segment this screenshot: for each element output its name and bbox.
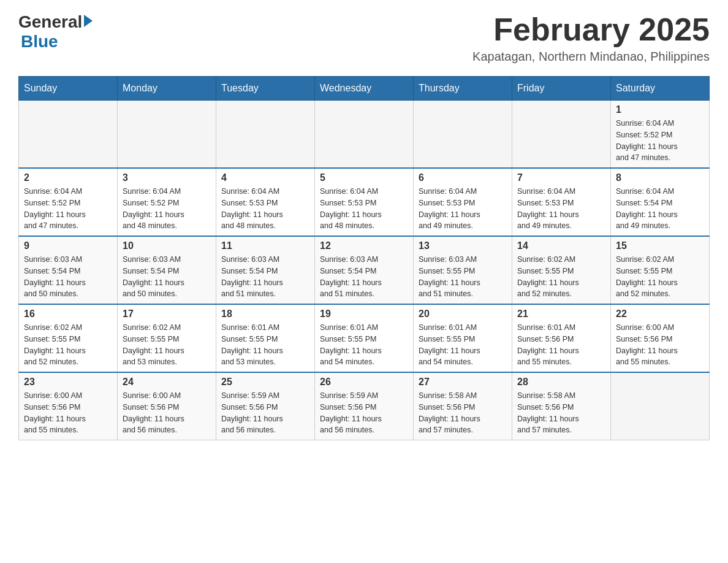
day-number: 14: [517, 240, 605, 251]
calendar-day-cell: 22Sunrise: 6:00 AMSunset: 5:56 PMDayligh…: [611, 304, 710, 372]
day-number: 22: [616, 308, 704, 320]
day-number: 24: [123, 377, 211, 388]
header-tuesday: Tuesday: [216, 77, 315, 101]
title-area: February 2025 Kapatagan, Northern Mindan…: [472, 12, 710, 64]
calendar-day-cell: 12Sunrise: 6:03 AMSunset: 5:54 PMDayligh…: [315, 236, 414, 304]
day-info: Sunrise: 5:59 AMSunset: 5:56 PMDaylight:…: [320, 390, 408, 436]
calendar-day-cell: 28Sunrise: 5:58 AMSunset: 5:56 PMDayligh…: [512, 372, 611, 440]
day-number: 17: [123, 308, 211, 320]
day-info: Sunrise: 6:00 AMSunset: 5:56 PMDaylight:…: [616, 322, 704, 368]
day-info: Sunrise: 6:04 AMSunset: 5:53 PMDaylight:…: [517, 186, 605, 232]
day-number: 1: [616, 104, 704, 115]
calendar-day-cell: 21Sunrise: 6:01 AMSunset: 5:56 PMDayligh…: [512, 304, 611, 372]
calendar-day-cell: 10Sunrise: 6:03 AMSunset: 5:54 PMDayligh…: [118, 236, 216, 304]
calendar-day-cell: 8Sunrise: 6:04 AMSunset: 5:54 PMDaylight…: [611, 168, 710, 236]
day-info: Sunrise: 6:00 AMSunset: 5:56 PMDaylight:…: [24, 390, 112, 436]
day-info: Sunrise: 6:02 AMSunset: 5:55 PMDaylight:…: [616, 254, 704, 300]
day-number: 10: [123, 240, 211, 251]
calendar-week-row: 2Sunrise: 6:04 AMSunset: 5:52 PMDaylight…: [19, 168, 710, 236]
day-number: 6: [419, 172, 507, 183]
day-info: Sunrise: 6:04 AMSunset: 5:53 PMDaylight:…: [419, 186, 507, 232]
day-info: Sunrise: 6:01 AMSunset: 5:56 PMDaylight:…: [517, 322, 605, 368]
calendar-week-row: 9Sunrise: 6:03 AMSunset: 5:54 PMDaylight…: [19, 236, 710, 304]
calendar-day-cell: 1Sunrise: 6:04 AMSunset: 5:52 PMDaylight…: [611, 101, 710, 169]
calendar-day-cell: 26Sunrise: 5:59 AMSunset: 5:56 PMDayligh…: [315, 372, 414, 440]
page-header: General Blue February 2025 Kapatagan, No…: [18, 12, 710, 64]
day-info: Sunrise: 6:00 AMSunset: 5:56 PMDaylight:…: [123, 390, 211, 436]
day-number: 2: [24, 172, 112, 183]
header-wednesday: Wednesday: [315, 77, 414, 101]
day-number: 23: [24, 377, 112, 388]
header-monday: Monday: [118, 77, 216, 101]
calendar-day-cell: [315, 101, 414, 169]
day-number: 12: [320, 240, 408, 251]
calendar-day-cell: [118, 101, 216, 169]
day-number: 20: [419, 308, 507, 320]
calendar-day-cell: [611, 372, 710, 440]
header-sunday: Sunday: [19, 77, 118, 101]
calendar-day-cell: 3Sunrise: 6:04 AMSunset: 5:52 PMDaylight…: [118, 168, 216, 236]
calendar-day-cell: [512, 101, 611, 169]
day-info: Sunrise: 6:01 AMSunset: 5:55 PMDaylight:…: [221, 322, 309, 368]
day-info: Sunrise: 5:59 AMSunset: 5:56 PMDaylight:…: [221, 390, 309, 436]
day-info: Sunrise: 6:03 AMSunset: 5:54 PMDaylight:…: [221, 254, 309, 300]
calendar-day-cell: 4Sunrise: 6:04 AMSunset: 5:53 PMDaylight…: [216, 168, 315, 236]
logo-blue-text: Blue: [21, 32, 58, 52]
calendar-day-cell: 24Sunrise: 6:00 AMSunset: 5:56 PMDayligh…: [118, 372, 216, 440]
calendar-day-cell: 14Sunrise: 6:02 AMSunset: 5:55 PMDayligh…: [512, 236, 611, 304]
day-number: 5: [320, 172, 408, 183]
day-info: Sunrise: 6:03 AMSunset: 5:54 PMDaylight:…: [123, 254, 211, 300]
logo: General Blue: [18, 12, 93, 52]
header-thursday: Thursday: [414, 77, 512, 101]
calendar-day-cell: [414, 101, 512, 169]
calendar-day-cell: 5Sunrise: 6:04 AMSunset: 5:53 PMDaylight…: [315, 168, 414, 236]
day-info: Sunrise: 6:02 AMSunset: 5:55 PMDaylight:…: [517, 254, 605, 300]
day-number: 28: [517, 377, 605, 388]
day-number: 7: [517, 172, 605, 183]
calendar-day-cell: 20Sunrise: 6:01 AMSunset: 5:55 PMDayligh…: [414, 304, 512, 372]
calendar-day-cell: 23Sunrise: 6:00 AMSunset: 5:56 PMDayligh…: [19, 372, 118, 440]
calendar-table: Sunday Monday Tuesday Wednesday Thursday…: [18, 76, 710, 440]
day-info: Sunrise: 6:04 AMSunset: 5:52 PMDaylight:…: [616, 118, 704, 164]
calendar-day-cell: 25Sunrise: 5:59 AMSunset: 5:56 PMDayligh…: [216, 372, 315, 440]
day-number: 21: [517, 308, 605, 320]
day-info: Sunrise: 6:04 AMSunset: 5:52 PMDaylight:…: [123, 186, 211, 232]
day-number: 19: [320, 308, 408, 320]
day-info: Sunrise: 6:04 AMSunset: 5:54 PMDaylight:…: [616, 186, 704, 232]
calendar-day-cell: 6Sunrise: 6:04 AMSunset: 5:53 PMDaylight…: [414, 168, 512, 236]
calendar-day-cell: 16Sunrise: 6:02 AMSunset: 5:55 PMDayligh…: [19, 304, 118, 372]
day-number: 27: [419, 377, 507, 388]
day-info: Sunrise: 6:03 AMSunset: 5:54 PMDaylight:…: [320, 254, 408, 300]
day-number: 9: [24, 240, 112, 251]
month-year-title: February 2025: [472, 12, 710, 47]
day-number: 18: [221, 308, 309, 320]
calendar-day-cell: [19, 101, 118, 169]
calendar-day-cell: [216, 101, 315, 169]
day-number: 15: [616, 240, 704, 251]
day-number: 13: [419, 240, 507, 251]
calendar-day-cell: 17Sunrise: 6:02 AMSunset: 5:55 PMDayligh…: [118, 304, 216, 372]
header-friday: Friday: [512, 77, 611, 101]
calendar-day-cell: 9Sunrise: 6:03 AMSunset: 5:54 PMDaylight…: [19, 236, 118, 304]
weekday-header-row: Sunday Monday Tuesday Wednesday Thursday…: [19, 77, 710, 101]
day-info: Sunrise: 6:02 AMSunset: 5:55 PMDaylight:…: [123, 322, 211, 368]
logo-general-text: General: [18, 12, 82, 32]
header-saturday: Saturday: [611, 77, 710, 101]
calendar-day-cell: 27Sunrise: 5:58 AMSunset: 5:56 PMDayligh…: [414, 372, 512, 440]
day-info: Sunrise: 6:03 AMSunset: 5:55 PMDaylight:…: [419, 254, 507, 300]
calendar-week-row: 1Sunrise: 6:04 AMSunset: 5:52 PMDaylight…: [19, 101, 710, 169]
calendar-day-cell: 18Sunrise: 6:01 AMSunset: 5:55 PMDayligh…: [216, 304, 315, 372]
day-info: Sunrise: 6:04 AMSunset: 5:53 PMDaylight:…: [320, 186, 408, 232]
calendar-day-cell: 11Sunrise: 6:03 AMSunset: 5:54 PMDayligh…: [216, 236, 315, 304]
day-info: Sunrise: 6:01 AMSunset: 5:55 PMDaylight:…: [419, 322, 507, 368]
day-info: Sunrise: 5:58 AMSunset: 5:56 PMDaylight:…: [419, 390, 507, 436]
calendar-day-cell: 2Sunrise: 6:04 AMSunset: 5:52 PMDaylight…: [19, 168, 118, 236]
day-number: 3: [123, 172, 211, 183]
location-subtitle: Kapatagan, Northern Mindanao, Philippine…: [472, 50, 710, 64]
day-info: Sunrise: 6:01 AMSunset: 5:55 PMDaylight:…: [320, 322, 408, 368]
day-number: 4: [221, 172, 309, 183]
day-info: Sunrise: 6:04 AMSunset: 5:52 PMDaylight:…: [24, 186, 112, 232]
day-info: Sunrise: 6:03 AMSunset: 5:54 PMDaylight:…: [24, 254, 112, 300]
calendar-day-cell: 19Sunrise: 6:01 AMSunset: 5:55 PMDayligh…: [315, 304, 414, 372]
day-info: Sunrise: 6:02 AMSunset: 5:55 PMDaylight:…: [24, 322, 112, 368]
